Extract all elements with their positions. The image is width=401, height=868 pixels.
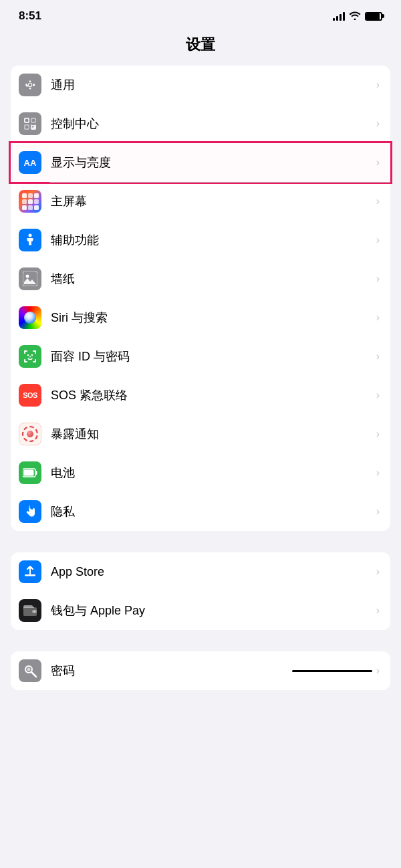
settings-item-sos[interactable]: SOS SOS 紧急联络 ›	[11, 376, 390, 415]
sos-icon: SOS	[19, 384, 41, 407]
settings-item-face-id[interactable]: 面容 ID 与密码 ›	[11, 337, 390, 376]
sos-chevron: ›	[376, 389, 380, 401]
face-id-chevron: ›	[376, 350, 380, 362]
settings-group-2: App Store › 钱包与 Apple Pay ›	[11, 552, 390, 630]
svg-rect-34	[36, 471, 37, 475]
svg-point-19	[25, 126, 29, 129]
general-icon	[19, 74, 41, 96]
privacy-chevron: ›	[376, 506, 380, 518]
app-store-icon	[19, 560, 41, 583]
status-icons	[333, 11, 382, 22]
exposure-icon	[19, 423, 41, 445]
siri-chevron: ›	[376, 312, 380, 324]
settings-group-1: 通用 › 控制中心 › AA 显示与亮度 ›	[11, 66, 390, 531]
settings-item-battery[interactable]: 电池 ›	[11, 453, 390, 492]
privacy-label: 隐私	[51, 504, 372, 520]
svg-rect-24	[24, 350, 25, 354]
battery-label: 电池	[51, 465, 372, 481]
display-chevron: ›	[376, 156, 380, 169]
settings-item-siri[interactable]: Siri 与搜索 ›	[11, 298, 390, 337]
display-label: 显示与亮度	[51, 154, 372, 171]
wallpaper-chevron: ›	[376, 273, 380, 285]
svg-rect-28	[24, 361, 27, 362]
wallet-icon	[19, 599, 41, 622]
settings-item-privacy[interactable]: 隐私 ›	[11, 492, 390, 531]
home-screen-icon	[19, 190, 41, 213]
exposure-chevron: ›	[376, 428, 380, 440]
settings-item-exposure[interactable]: 暴露通知 ›	[11, 415, 390, 453]
settings-item-wallpaper[interactable]: 墙纸 ›	[11, 259, 390, 298]
app-store-label: App Store	[51, 565, 372, 579]
settings-item-wallet[interactable]: 钱包与 Apple Pay ›	[11, 591, 390, 630]
siri-label: Siri 与搜索	[51, 310, 372, 326]
general-chevron: ›	[376, 79, 380, 91]
svg-point-42	[33, 611, 35, 613]
svg-line-44	[31, 672, 36, 677]
svg-point-15	[25, 119, 29, 122]
app-store-chevron: ›	[376, 566, 380, 578]
accessibility-chevron: ›	[376, 234, 380, 246]
status-bar: 8:51	[0, 0, 401, 28]
passwords-label: 密码	[51, 663, 287, 679]
svg-rect-2	[29, 81, 31, 82]
wifi-icon	[349, 11, 361, 22]
privacy-icon	[19, 500, 41, 523]
settings-item-home-screen[interactable]: 主屏幕 ›	[11, 182, 390, 221]
svg-point-45	[27, 668, 31, 671]
general-label: 通用	[51, 77, 372, 93]
control-center-label: 控制中心	[51, 116, 372, 132]
exposure-label: 暴露通知	[51, 426, 372, 442]
svg-rect-35	[24, 470, 34, 476]
accessibility-icon	[19, 229, 41, 251]
settings-item-control-center[interactable]: 控制中心 ›	[11, 104, 390, 143]
status-time: 8:51	[19, 9, 41, 23]
home-screen-chevron: ›	[376, 195, 380, 207]
svg-rect-18	[32, 126, 34, 128]
svg-point-16	[32, 119, 35, 122]
control-center-icon	[19, 112, 41, 135]
svg-rect-3	[29, 88, 31, 89]
svg-point-30	[27, 354, 29, 356]
control-center-chevron: ›	[376, 118, 380, 130]
svg-point-20	[29, 234, 32, 237]
wallet-chevron: ›	[376, 605, 380, 617]
passwords-icon	[19, 659, 41, 682]
signal-icon	[333, 11, 345, 21]
face-id-icon	[19, 345, 41, 368]
accessibility-label: 辅助功能	[51, 232, 372, 248]
battery-setting-icon	[19, 461, 41, 484]
svg-rect-25	[35, 350, 36, 354]
passwords-chevron: ›	[376, 665, 380, 677]
face-id-label: 面容 ID 与密码	[51, 348, 372, 364]
aa-text: AA	[24, 158, 37, 168]
sos-text: SOS	[23, 391, 37, 399]
home-screen-label: 主屏幕	[51, 193, 372, 209]
battery-icon	[365, 12, 382, 21]
siri-icon	[19, 306, 41, 329]
passwords-underline	[292, 670, 372, 672]
settings-item-general[interactable]: 通用 ›	[11, 66, 390, 104]
sos-label: SOS 紧急联络	[51, 387, 372, 403]
settings-item-display[interactable]: AA 显示与亮度 ›	[11, 143, 390, 182]
svg-rect-17	[32, 124, 35, 125]
page-title: 设置	[0, 28, 401, 66]
wallpaper-icon	[19, 267, 41, 290]
display-icon: AA	[19, 151, 41, 174]
svg-rect-36	[25, 574, 35, 576]
wallpaper-label: 墙纸	[51, 271, 372, 287]
settings-item-app-store[interactable]: App Store ›	[11, 552, 390, 591]
wallet-label: 钱包与 Apple Pay	[51, 603, 372, 619]
settings-group-3: 密码 ›	[11, 651, 390, 690]
svg-point-31	[31, 354, 33, 356]
svg-point-10	[29, 84, 32, 87]
svg-rect-32	[29, 356, 31, 358]
home-grid	[22, 193, 39, 210]
settings-item-passwords[interactable]: 密码 ›	[11, 651, 390, 690]
svg-point-21	[26, 275, 29, 278]
svg-rect-29	[33, 361, 36, 362]
battery-chevron: ›	[376, 467, 380, 479]
settings-item-accessibility[interactable]: 辅助功能 ›	[11, 221, 390, 259]
